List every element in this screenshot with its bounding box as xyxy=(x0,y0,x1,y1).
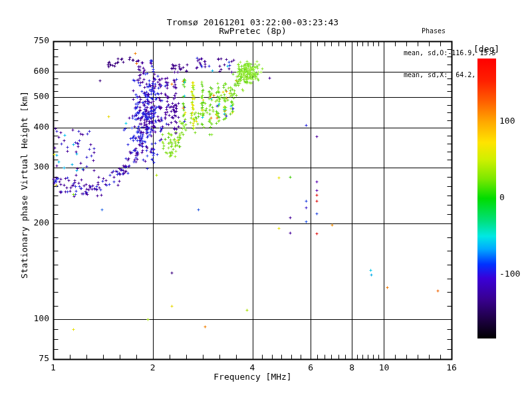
colorbar xyxy=(477,59,496,338)
colorbar-tick-label: -100 xyxy=(499,269,520,279)
colorbar-tick-label: 0 xyxy=(499,193,505,202)
x-tick-label: 2 xyxy=(138,363,168,372)
ionogram-page: Tromsø 20161201 03:22:00-03:23:43 RwPret… xyxy=(0,0,532,399)
colorbar-unit-label: [deg] xyxy=(473,44,499,54)
x-tick-label: 10 xyxy=(369,363,398,372)
colorbar-tick-label: 100 xyxy=(499,116,515,126)
x-tick-label: 16 xyxy=(437,363,466,372)
x-axis-title: Frequency [MHz] xyxy=(53,372,452,382)
phases-header: Phases xyxy=(422,27,495,35)
x-tick-label: 4 xyxy=(238,363,267,372)
y-tick-label: 75 xyxy=(19,354,49,363)
x-tick-label: 6 xyxy=(296,363,325,372)
x-tick-label: 8 xyxy=(337,363,366,372)
y-axis-title: Stationary phase Virtual Height [km] xyxy=(19,25,30,344)
x-tick-label: 1 xyxy=(39,363,68,372)
plot-subtitle: RwPretec (8p) xyxy=(53,27,452,36)
